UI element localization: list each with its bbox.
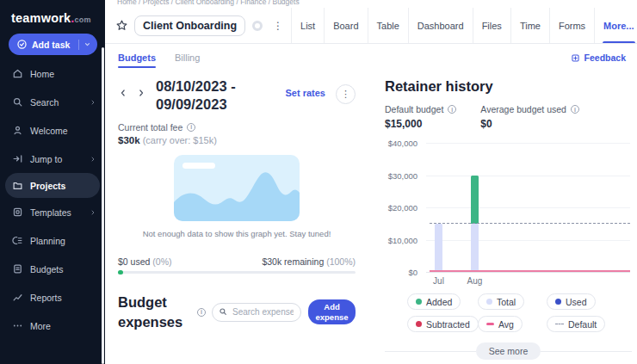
tab-table[interactable]: Table (368, 8, 408, 43)
chevron-down-icon[interactable] (83, 40, 91, 48)
tab-forms[interactable]: Forms (549, 8, 594, 43)
legend-item-added[interactable]: Added (407, 293, 461, 310)
default-budget-stat: Default budget $15,000 (385, 104, 456, 130)
info-icon[interactable] (571, 105, 579, 114)
legend-item-total[interactable]: Total (478, 293, 524, 310)
info-icon[interactable] (187, 123, 195, 132)
content: 08/10/2023 - 09/09/2023 Set rates Curren… (105, 70, 637, 364)
sidebar-item-reports[interactable]: Reports (0, 283, 105, 312)
tab-dashboard[interactable]: Dashboard (408, 8, 473, 43)
gridline (426, 207, 630, 208)
refline-avg (430, 270, 630, 272)
sidebar-item-label: More (30, 321, 51, 331)
fee-carry-over: (carry over: $15k) (143, 135, 217, 145)
sidebar-item-jump-to[interactable]: Jump to (0, 145, 105, 173)
set-rates-link[interactable]: Set rates (286, 88, 325, 98)
tab-files[interactable]: Files (473, 8, 510, 43)
divider (78, 40, 79, 50)
sidebar-item-label: Budgets (30, 264, 64, 275)
search-expenses (212, 303, 301, 322)
feedback-link[interactable]: Feedback (571, 52, 626, 63)
empty-graph-caption: Not enough data to show this graph yet. … (118, 229, 356, 238)
add-task-button[interactable]: Add task (9, 34, 97, 55)
tab-billing[interactable]: Billing (175, 52, 200, 70)
see-more-button[interactable]: See more (476, 342, 541, 360)
breadcrumb[interactable]: Home / Projects / Client Onboarding / Fi… (105, 0, 637, 6)
retainer-chart-plot (426, 143, 630, 272)
tab-list[interactable]: List (291, 8, 324, 43)
sidebar-item-planning[interactable]: Planning (0, 226, 105, 255)
retainer-stats: Default budget $15,000 Average budget us… (385, 104, 632, 130)
budget-panel: 08/10/2023 - 09/09/2023 Set rates Curren… (118, 70, 356, 364)
sidebar-item-projects[interactable]: Projects (5, 173, 100, 198)
sidebar-item-home[interactable]: Home (0, 59, 105, 88)
sidebar: teamwork.com Add task Home Search Welcom… (0, 0, 105, 364)
sidebar-item-budgets[interactable]: Budgets (0, 255, 105, 283)
used-pct: (0%) (152, 256, 171, 267)
sidebar-scrollbar[interactable] (102, 47, 104, 364)
legend-marker (416, 321, 422, 327)
project-title[interactable]: Client Onboarding (134, 15, 245, 36)
legend-item-default[interactable]: Default (547, 316, 605, 332)
gridline (426, 143, 630, 144)
add-task-label: Add task (32, 40, 70, 50)
date-range-title: 08/10/2023 - 09/09/2023 (156, 77, 286, 114)
remaining-pct: (100%) (326, 256, 356, 267)
planning-icon (12, 235, 23, 246)
sidebar-item-label: Planning (30, 236, 65, 246)
see-more-row: See more (385, 342, 632, 360)
sidebar-item-more[interactable]: More (0, 312, 105, 340)
tab-budgets[interactable]: Budgets (118, 52, 156, 70)
budget-options-button[interactable] (336, 84, 356, 104)
budgets-icon (12, 263, 23, 275)
default-budget-label: Default budget (385, 104, 443, 114)
sidebar-item-welcome[interactable]: Welcome (0, 116, 105, 145)
chart-bar-total-jul (435, 224, 442, 272)
y-tick-label: $10,000 (388, 235, 417, 244)
sidebar-nav: Home Search Welcome Jump to Projects (0, 59, 105, 340)
divider (385, 351, 476, 352)
empty-graph-placeholder (174, 155, 300, 221)
welcome-icon (12, 125, 23, 136)
sidebar-item-templates[interactable]: Templates (0, 198, 105, 226)
kebab-menu-icon[interactable] (270, 20, 286, 32)
tab-more[interactable]: More... (594, 8, 637, 43)
add-expense-button[interactable]: Add expense (308, 299, 356, 324)
budget-expenses-row: Budget expenses Add expense (118, 293, 356, 331)
info-icon[interactable] (448, 105, 456, 114)
search-icon (12, 96, 23, 108)
gridline (426, 176, 630, 176)
chevron-right-icon (90, 209, 96, 216)
tab-time[interactable]: Time (510, 8, 549, 43)
budget-tabs-row: Budgets Billing Feedback (105, 44, 637, 70)
legend-item-avg[interactable]: Avg (478, 316, 523, 332)
average-budget-stat: Average budget used $0 (480, 104, 579, 130)
chart-bar-added-aug (471, 176, 479, 224)
teamwork-logo[interactable]: teamwork.com (0, 0, 105, 25)
tab-board[interactable]: Board (324, 8, 367, 43)
current-total-fee-label: Current total fee (118, 122, 182, 133)
feedback-label: Feedback (584, 52, 626, 63)
templates-icon (12, 207, 23, 218)
x-tick-label: Aug (467, 276, 483, 286)
legend-item-used[interactable]: Used (547, 293, 596, 310)
sidebar-item-label: Welcome (30, 126, 68, 136)
breadcrumb-row: Home / Projects / Client Onboarding / Fi… (105, 0, 637, 8)
used-label: $0 used (0%) (118, 256, 171, 267)
legend-item-subtracted[interactable]: Subtracted (407, 316, 479, 332)
remaining-label: $30k remaining (100%) (262, 256, 356, 267)
fee-value: $30k (118, 135, 140, 145)
retainer-panel: Retainer history Default budget $15,000 … (385, 70, 632, 364)
reports-icon (12, 292, 23, 303)
sidebar-item-label: Projects (30, 181, 65, 191)
placeholder-pill (182, 163, 215, 169)
projects-icon (12, 180, 23, 191)
next-period-button[interactable] (136, 88, 146, 98)
refline-default (430, 223, 630, 224)
info-icon[interactable] (197, 308, 206, 317)
default-budget-value: $15,000 (385, 118, 456, 130)
sidebar-item-search[interactable]: Search (0, 88, 105, 116)
prev-period-button[interactable] (118, 88, 128, 98)
legend-marker (416, 299, 422, 305)
star-icon[interactable] (115, 19, 128, 32)
